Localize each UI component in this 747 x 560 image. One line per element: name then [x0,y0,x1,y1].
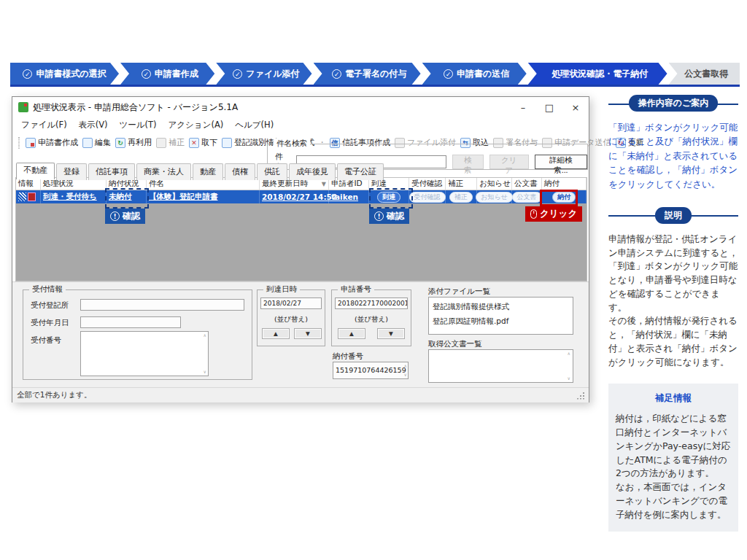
row-receipt-cell: 受付確認 [409,190,446,203]
attachment-item[interactable]: 登記原因証明情報.pdf [433,314,569,328]
check-icon: ✓ [23,69,32,79]
application-sort-down-button[interactable]: ▼ [377,328,405,339]
step-status-payment[interactable]: 処理状況確認・電子納付 [528,63,667,85]
arrival-datetime-value[interactable]: 2018/02/27 14:52 [260,298,322,309]
toolbar-create-application[interactable]: 申請書作成 [23,137,80,148]
wizard-stepper: ✓申請書様式の選択 ✓申請書作成 ✓ファイル添付 ✓電子署名の付与 ✓申請書の送… [10,63,740,85]
updated-link[interactable]: 2018/02/27 14:52 [262,192,337,201]
scroll-up-icon[interactable]: ∧ [204,333,206,338]
receipt-button[interactable]: 受付確認 [409,192,446,203]
toolbar-correction[interactable]: 補正 [154,137,187,148]
toolbar-reuse[interactable]: 再利用 [113,137,154,148]
row-correction-cell: 補正 [446,190,477,203]
step-send[interactable]: ✓申請書の送信 [422,63,527,85]
col-notice[interactable]: お知らせ [477,178,512,190]
payment-number-label: 納付番号 [333,351,363,362]
sort-indicator-icon: ▼ [322,181,326,187]
toolbar-edit[interactable]: 編集 [80,137,113,148]
step-form-select[interactable]: ✓申請書様式の選択 [10,63,119,85]
col-correction[interactable]: 補正 [446,178,477,190]
menu-help[interactable]: ヘルプ(H) [229,120,279,131]
check-icon: ✓ [233,69,242,79]
documents-list[interactable]: ∧ ∨ [428,349,573,383]
menu-tools[interactable]: ツール(T) [114,120,163,131]
step-form-create[interactable]: ✓申請書作成 [120,63,214,85]
reception-group-label: 受付情報 [29,284,66,295]
tab-toroku[interactable]: 登録 [56,163,87,180]
application-sort-up-button[interactable]: ▲ [338,328,365,339]
tab-denshi-kosho[interactable]: 電子公証 [337,163,384,180]
tab-shogyo-hojin[interactable]: 商業・法人 [136,163,191,180]
registration-id-icon [222,138,232,148]
tab-saiken[interactable]: 債権 [225,163,255,180]
attachment-item[interactable]: 登記識別情報提供様式 [433,299,569,314]
step-signature[interactable]: ✓電子署名の付与 [314,63,421,85]
guidance-sidebar: 操作内容のご案内 「到達」ボタンがクリック可能になること及び「納付状況」欄に「未… [608,95,738,532]
advanced-search-button[interactable]: 詳細検索... [535,155,587,169]
arrival-datetime-group: 到達日時 2018/02/27 14:52 (並び替え) ▲ ▼ [257,289,325,346]
documents-label: 取得公文書一覧 [428,339,482,349]
title-bar[interactable]: 処理状況表示 - 申請用総合ソフト - バージョン5.1A – □ × [12,97,589,117]
tab-fudosan[interactable]: 不動産 [16,163,55,179]
tab-seinen-koken[interactable]: 成年後見 [289,163,336,180]
guide-title-badge: 操作内容のご案内 [629,95,719,112]
click-callout-payment: クリック [525,206,582,222]
menu-action[interactable]: アクション(A) [163,120,230,131]
check-icon: ✓ [332,69,341,79]
search-button[interactable]: 検索 [452,155,484,169]
attachment-icon [18,192,26,201]
document-button[interactable]: 公文書 [512,192,542,203]
reception-info-group: 受付情報 受付登記所 受付年月日 受付番号 ∧ ∨ [23,289,252,380]
stamp-icon [28,192,36,201]
notice-button[interactable]: お知らせ [476,192,513,203]
arrival-sort-up-button[interactable]: ▲ [262,328,290,339]
clear-button[interactable]: クリア [489,155,529,169]
scroll-up-icon[interactable]: ∧ [568,351,570,356]
menu-file[interactable]: ファイル(F) [15,120,73,131]
applicant-link[interactable]: taiken [331,192,358,201]
table-row[interactable]: 到達・受付待ち 未納付 【体験】登記申請書 2018/02/27 14:52 t… [16,190,587,203]
scroll-down-icon[interactable]: ∨ [568,376,570,381]
maximize-button[interactable]: □ [536,97,562,117]
correction-button[interactable]: 補正 [449,192,473,203]
spin-up-icon[interactable]: ∧ [404,364,407,368]
col-payment[interactable]: 納付 [542,178,587,190]
step-document-get[interactable]: 公文書取得 [669,63,740,85]
row-notice-cell: お知らせ [477,190,512,203]
supplement-box: 補足情報 納付は，印紙などによる窓口納付とインターネットバンキングかPay-ea… [608,384,738,532]
row-updated-cell: 2018/02/27 14:52 [260,190,329,203]
menu-view[interactable]: 表示(V) [73,120,114,131]
row-info-cell [16,190,41,203]
step-file-attach[interactable]: ✓ファイル添付 [216,63,311,85]
arrival-sort-down-button[interactable]: ▼ [294,328,322,339]
tab-shintaku[interactable]: 信託事項 [88,163,135,180]
toolbar-grip[interactable] [18,137,20,149]
application-group-label: 申請番号 [338,284,374,295]
reception-number-textarea[interactable]: ∧ ∨ [80,331,209,376]
tab-dosan[interactable]: 動産 [193,163,223,180]
payment-number-value[interactable]: 1519710764426159 [333,362,409,379]
highlight-payment-status [105,188,149,209]
spin-down-icon[interactable]: ∨ [404,373,407,377]
toolbar-withdraw[interactable]: 取下 [187,137,220,148]
application-sort-label: (並び替え) [332,315,411,324]
subject-link[interactable]: 【体験】登記申請書 [149,192,218,202]
reception-office-label: 受付登記所 [31,300,69,311]
application-number-group: 申請番号 20180227170002001 (並び替え) ▲ ▼ [331,289,411,346]
minimize-button[interactable]: – [510,97,536,117]
close-button[interactable]: × [562,97,589,117]
resize-grip[interactable] [576,392,584,400]
app-icon [18,102,28,112]
col-receipt[interactable]: 受付確認 [409,178,446,190]
reception-office-input[interactable] [80,299,244,311]
reception-date-input[interactable] [80,316,181,328]
search-group-label: 件名検索 [274,139,310,149]
attachments-list[interactable]: 登記識別情報提供様式 登記原因証明情報.pdf [428,297,573,335]
application-number-value[interactable]: 20180227170002001 [335,298,408,309]
attachments-label: 添付ファイル一覧 [428,287,490,297]
scroll-down-icon[interactable]: ∨ [204,370,206,374]
col-document[interactable]: 公文書 [512,178,542,190]
tab-kyotaku[interactable]: 供託 [257,163,287,180]
status-link[interactable]: 到達・受付待ち [43,192,97,202]
arrival-group-label: 到達日時 [263,284,300,295]
